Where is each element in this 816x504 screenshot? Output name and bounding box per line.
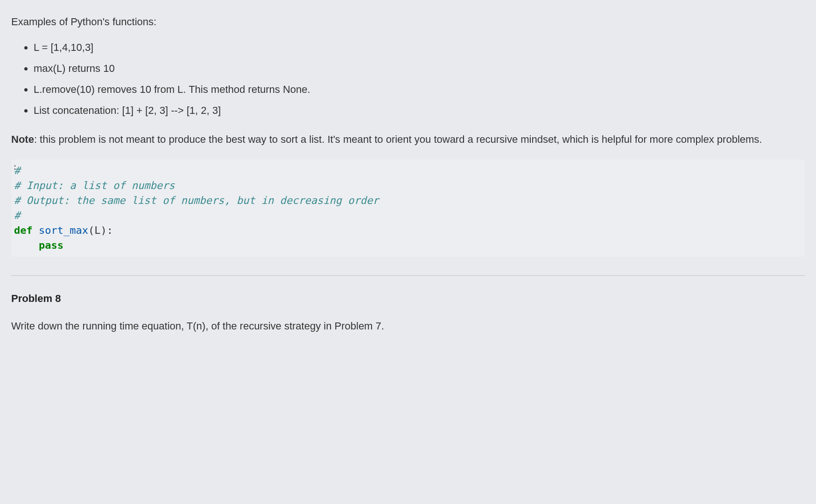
list-item: L = [1,4,10,3]: [34, 40, 805, 55]
code-keyword-def: def: [14, 224, 33, 236]
examples-list: L = [1,4,10,3] max(L) returns 10 L.remov…: [11, 40, 805, 118]
cell-prompt: :: [12, 160, 18, 174]
code-paren: (: [88, 224, 94, 236]
code-identifier: L: [94, 224, 100, 236]
note-body: : this problem is not meant to produce t…: [34, 133, 762, 145]
code-func-name: sort_max: [33, 224, 88, 236]
list-item: L.remove(10) removes 10 from L. This met…: [34, 82, 805, 97]
section-divider: [11, 275, 805, 276]
note-label: Note: [11, 133, 34, 145]
code-cell: : # # Input: a list of numbers # Output:…: [11, 160, 805, 256]
problem-heading: Problem 8: [11, 291, 805, 306]
problem-text: Write down the running time equation, T(…: [11, 318, 805, 334]
note-paragraph: Note: this problem is not meant to produ…: [11, 131, 805, 147]
intro-text: Examples of Python's functions:: [11, 14, 805, 29]
code-block: # # Input: a list of numbers # Output: t…: [11, 160, 805, 256]
code-comment: # Output: the same list of numbers, but …: [14, 195, 379, 206]
code-keyword-pass: pass: [39, 239, 63, 251]
code-comment: # Input: a list of numbers: [14, 180, 175, 191]
code-paren: ):: [100, 224, 113, 236]
list-item: List concatenation: [1] + [2, 3] --> [1,…: [34, 103, 805, 118]
code-comment: #: [14, 210, 20, 221]
list-item: max(L) returns 10: [34, 61, 805, 76]
